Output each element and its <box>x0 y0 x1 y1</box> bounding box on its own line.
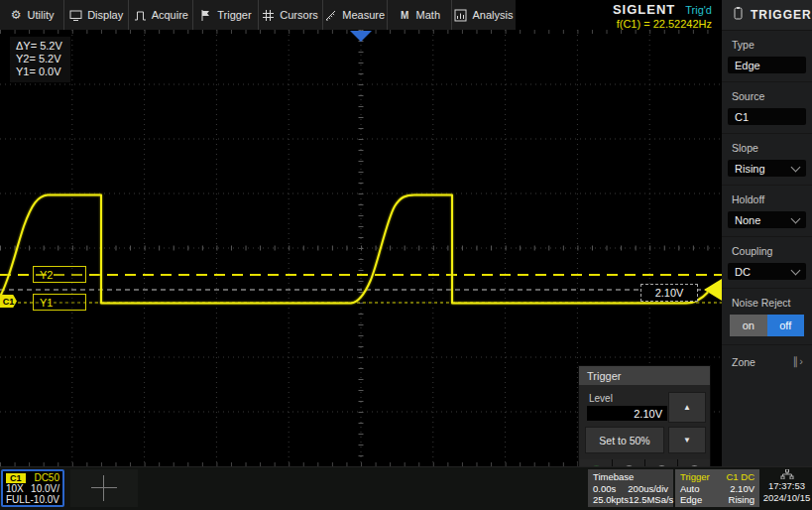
trigger-level-arrow-icon[interactable] <box>704 279 722 301</box>
y1-cursor-label: Y1 <box>40 297 53 309</box>
coupling-value: DC <box>735 266 751 278</box>
y1-cursor-handle[interactable]: Y1 <box>33 294 86 311</box>
holdoff-dropdown[interactable]: None <box>728 211 806 228</box>
trigger-descriptor[interactable]: Trigger C1 DC Auto 2.10V Edge Rising <box>675 469 759 507</box>
menu-analysis[interactable]: Analysis <box>452 0 516 30</box>
menu-trigger[interactable]: Trigger <box>193 0 258 30</box>
section-source: Source C1 <box>722 82 812 134</box>
flag-icon <box>199 9 212 22</box>
timebase-points: 25.0kpts <box>593 494 629 506</box>
timebase-rate: 12.5MSa/s <box>629 494 673 506</box>
holdoff-label: Holdoff <box>732 193 806 205</box>
level-up-button[interactable]: ▲ <box>668 392 706 423</box>
slope-dropdown[interactable]: Rising <box>728 160 806 177</box>
cursor-delta-y: ΔY= 5.2V <box>16 40 62 53</box>
trigger-slope: Rising <box>729 494 754 506</box>
menu-label: Measure <box>342 9 385 21</box>
expand-icon: ∥› <box>793 355 804 368</box>
crosshatch-icon <box>262 9 275 22</box>
clock-date: 2024/10/15 <box>761 492 812 504</box>
cursor-y2-value: Y2= 5.2V <box>16 53 62 65</box>
top-menu-bar: ⚙ Utility Display Acquire Trigger <box>0 0 812 30</box>
frequency-readout: f(C1) = 22.52242Hz <box>563 18 712 30</box>
menu-label: Acquire <box>152 9 188 21</box>
plus-icon <box>91 475 117 501</box>
chevron-down-icon <box>791 265 801 275</box>
up-arrow-icon: ▲ <box>683 403 691 412</box>
menu-label: Cursors <box>280 9 318 21</box>
menu-display[interactable]: Display <box>64 0 129 30</box>
menu-acquire[interactable]: Acquire <box>129 0 193 30</box>
channel1-bandwidth: FULL <box>6 494 30 505</box>
channel1-badge: C1 <box>6 473 26 483</box>
channel1-offset-label: C1 <box>3 297 15 307</box>
cursor-y1-value: Y1= 0.0V <box>16 65 62 78</box>
channel1-trace <box>0 195 708 305</box>
sidebar-header: TRIGGER <box>722 0 812 31</box>
level-value: 2.10V <box>634 408 662 420</box>
type-value: Edge <box>735 60 760 71</box>
menu-math[interactable]: M Math <box>388 0 452 30</box>
zone-row[interactable]: Zone ∥› <box>722 345 812 378</box>
noise-on-button[interactable]: on <box>730 315 767 336</box>
section-slope: Slope Rising <box>722 134 812 186</box>
trigger-type: Edge <box>680 494 702 506</box>
gear-icon: ⚙ <box>10 9 23 22</box>
menu-strip: ⚙ Utility Display Acquire Trigger <box>0 0 516 30</box>
clock-block: 17:37:53 2024/10/15 <box>761 469 812 509</box>
timebase-descriptor[interactable]: Timebase 0.00s 200us/div 25.0kpts 12.5MS… <box>588 469 673 507</box>
section-coupling: Coupling DC <box>722 237 812 289</box>
set-to-50-label: Set to 50% <box>599 435 649 446</box>
add-channel-box[interactable] <box>70 469 138 507</box>
pulse-icon <box>134 9 147 22</box>
y2-cursor-handle[interactable]: Y2 <box>33 266 86 283</box>
trigger-dialog-title: Trigger <box>579 366 710 385</box>
level-down-button[interactable]: ▼ <box>668 427 706 453</box>
y2-cursor-label: Y2 <box>40 269 53 281</box>
menu-utility[interactable]: ⚙ Utility <box>0 0 64 30</box>
menu-label: Trigger <box>217 9 251 21</box>
source-label: Source <box>732 90 806 102</box>
status-bar: C1 DC50 10X 10.0V/ FULL -10.0V Timebase … <box>0 466 812 510</box>
menu-label: Display <box>87 9 123 21</box>
noise-reject-toggle: on off <box>730 315 804 336</box>
trigger-level-tag: 2.10V <box>640 284 698 302</box>
noise-reject-label: Noise Reject <box>732 297 806 309</box>
trigger-level-tag-value: 2.10V <box>655 287 684 299</box>
trigger-mode: Auto <box>680 483 700 495</box>
menu-label: Analysis <box>472 9 513 21</box>
slope-value: Rising <box>735 163 765 175</box>
menu-label: Math <box>416 9 440 21</box>
level-input[interactable]: 2.10V <box>587 406 667 421</box>
coupling-dropdown[interactable]: DC <box>728 263 806 280</box>
section-holdoff: Holdoff None <box>722 186 812 237</box>
monitor-icon <box>69 9 82 22</box>
menu-cursors[interactable]: Cursors <box>259 0 323 30</box>
source-value-box[interactable]: C1 <box>728 108 806 125</box>
section-type: Type Edge <box>722 31 812 82</box>
waveform-display: ΔY= 5.2V Y2= 5.2V Y1= 0.0V Y2 Y1 C1 2.10… <box>0 30 722 466</box>
clipboard-icon <box>734 7 743 23</box>
menu-label: Utility <box>28 9 55 21</box>
timebase-delay: 0.00s <box>593 483 616 495</box>
network-icon <box>761 469 812 480</box>
siglent-logo: SIGLENT <box>613 2 675 17</box>
channel1-descriptor[interactable]: C1 DC50 10X 10.0V/ FULL -10.0V <box>1 469 64 507</box>
oscilloscope-screen: ⚙ Utility Display Acquire Trigger <box>0 0 812 510</box>
trigger-title: Trigger <box>680 471 710 483</box>
noise-off-button[interactable]: off <box>767 315 805 336</box>
slope-label: Slope <box>732 142 806 154</box>
channel1-offset: -10.0V <box>31 494 59 505</box>
menu-measure[interactable]: Measure <box>323 0 388 30</box>
trigger-position-marker-icon[interactable] <box>350 31 372 42</box>
chevron-down-icon <box>791 162 801 172</box>
brand-block: SIGLENT Trig'd f(C1) = 22.52242Hz <box>563 2 712 30</box>
set-to-50-button[interactable]: Set to 50% <box>585 427 664 453</box>
holdoff-value: None <box>735 214 760 226</box>
trigger-sidebar: TRIGGER Type Edge Source C1 Slope Rising… <box>722 0 812 466</box>
down-arrow-icon: ▼ <box>683 436 691 445</box>
channel1-coupling: DC50 <box>34 472 59 483</box>
type-value-box[interactable]: Edge <box>728 57 806 73</box>
coupling-label: Coupling <box>732 245 806 257</box>
trigger-level: 2.10V <box>730 483 754 495</box>
